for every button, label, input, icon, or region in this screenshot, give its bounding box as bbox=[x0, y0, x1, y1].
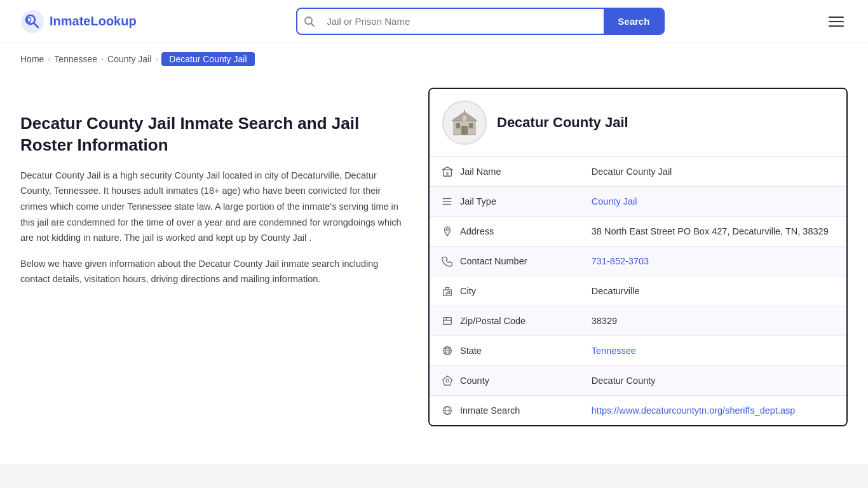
main-container: Decatur County Jail Inmate Search and Ja… bbox=[0, 75, 868, 452]
table-row: Zip/Postal Code38329 bbox=[430, 306, 846, 336]
search-icon bbox=[297, 16, 322, 27]
info-table: Jail NameDecatur County JailJail TypeCou… bbox=[430, 157, 846, 425]
description-1: Decatur County Jail is a high security C… bbox=[20, 168, 403, 246]
table-row: Inmate Searchhttps://www.decaturcountytn… bbox=[430, 396, 846, 426]
svg-point-36 bbox=[446, 379, 449, 383]
svg-point-20 bbox=[443, 201, 444, 202]
footer-bar bbox=[0, 464, 868, 488]
svg-text:Q: Q bbox=[27, 17, 32, 24]
card-header: Decatur County Jail bbox=[430, 89, 846, 157]
svg-rect-27 bbox=[444, 318, 452, 325]
breadcrumb-type[interactable]: County Jail bbox=[107, 54, 151, 64]
info-link[interactable]: 731-852-3703 bbox=[592, 256, 649, 266]
logo-icon: Q bbox=[20, 10, 44, 34]
svg-rect-14 bbox=[446, 172, 449, 176]
left-content: Decatur County Jail Inmate Search and Ja… bbox=[20, 88, 403, 297]
breadcrumb: Home › Tennessee › County Jail › Decatur… bbox=[0, 43, 868, 75]
page-title: Decatur County Jail Inmate Search and Ja… bbox=[20, 113, 403, 156]
table-cell-value: Decaturville bbox=[580, 276, 846, 306]
table-row: Jail TypeCounty Jail bbox=[430, 187, 846, 217]
description-2: Below we have given information about th… bbox=[20, 256, 403, 287]
table-row: CountyDecatur County bbox=[430, 366, 846, 396]
logo-text: InmateLookup bbox=[50, 14, 137, 29]
table-row: Contact Number731-852-3703 bbox=[430, 247, 846, 276]
table-row: Address38 North East Street PO Box 427, … bbox=[430, 217, 846, 247]
location-icon bbox=[441, 225, 454, 238]
search-button[interactable]: Search bbox=[604, 9, 663, 34]
info-link[interactable]: County Jail bbox=[592, 196, 637, 207]
table-cell-value: 38329 bbox=[580, 306, 846, 336]
table-cell-value[interactable]: https://www.decaturcountytn.org/sheriffs… bbox=[580, 396, 846, 426]
site-logo[interactable]: Q InmateLookup bbox=[20, 10, 137, 34]
phone-icon bbox=[441, 255, 454, 268]
info-link[interactable]: Tennessee bbox=[592, 346, 636, 356]
list-icon bbox=[441, 195, 454, 208]
search-wrapper: Search bbox=[296, 8, 665, 35]
svg-rect-9 bbox=[469, 123, 473, 128]
breadcrumb-current: Decatur County Jail bbox=[161, 52, 254, 66]
site-header: Q InmateLookup Search bbox=[0, 0, 868, 43]
info-link[interactable]: https://www.decaturcountytn.org/sheriffs… bbox=[592, 405, 796, 416]
svg-rect-8 bbox=[456, 123, 460, 128]
svg-rect-24 bbox=[445, 288, 449, 290]
zip-icon bbox=[441, 315, 454, 327]
search-globe-icon bbox=[441, 404, 454, 417]
svg-point-0 bbox=[21, 10, 44, 33]
table-cell-value[interactable]: 731-852-3703 bbox=[580, 247, 846, 276]
svg-rect-25 bbox=[445, 292, 447, 295]
svg-marker-15 bbox=[442, 167, 452, 170]
search-input[interactable] bbox=[322, 10, 604, 33]
hamburger-menu[interactable] bbox=[825, 13, 848, 30]
table-cell-value: Decatur County bbox=[580, 366, 846, 396]
table-row: StateTennessee bbox=[430, 336, 846, 366]
svg-line-5 bbox=[311, 23, 315, 26]
table-cell-value: 38 North East Street PO Box 427, Decatur… bbox=[580, 217, 846, 247]
svg-point-21 bbox=[443, 204, 444, 205]
card-jail-name: Decatur County Jail bbox=[497, 114, 628, 131]
svg-point-22 bbox=[446, 229, 449, 231]
svg-point-19 bbox=[443, 198, 444, 200]
breadcrumb-home[interactable]: Home bbox=[20, 54, 44, 64]
jail-avatar bbox=[442, 100, 487, 145]
globe-icon bbox=[441, 344, 454, 357]
table-cell-value[interactable]: Tennessee bbox=[580, 336, 846, 366]
table-row: Jail NameDecatur County Jail bbox=[430, 157, 846, 187]
jail-icon bbox=[441, 165, 454, 178]
svg-rect-26 bbox=[448, 292, 450, 294]
building-icon bbox=[449, 107, 480, 139]
city-icon bbox=[441, 285, 454, 297]
table-cell-value[interactable]: County Jail bbox=[580, 187, 846, 217]
table-row: CityDecaturville bbox=[430, 276, 846, 306]
search-area: Search bbox=[296, 8, 665, 35]
svg-rect-11 bbox=[463, 116, 466, 121]
info-card: Decatur County Jail Jail NameDecatur Cou… bbox=[428, 88, 848, 426]
breadcrumb-state[interactable]: Tennessee bbox=[54, 54, 97, 64]
table-cell-value: Decatur County Jail bbox=[580, 157, 846, 187]
svg-rect-7 bbox=[461, 126, 468, 135]
svg-marker-35 bbox=[443, 376, 452, 385]
county-icon bbox=[441, 374, 454, 387]
